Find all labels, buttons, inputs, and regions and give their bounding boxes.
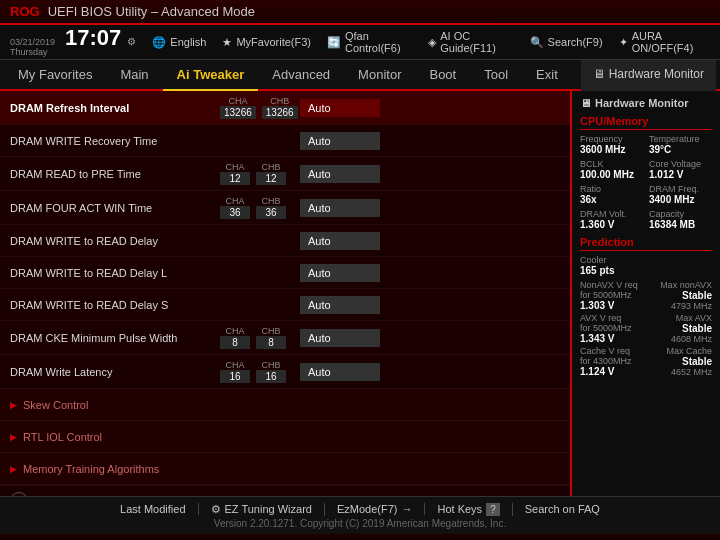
- setting-label: DRAM WRITE to READ Delay: [10, 235, 220, 247]
- setting-value[interactable]: Auto: [300, 296, 560, 314]
- monitor-icon: 🖥: [593, 67, 605, 81]
- search-faq-label: Search on FAQ: [525, 503, 600, 515]
- day: Thursday: [10, 47, 55, 57]
- channel-a-box: CHA 12: [220, 162, 250, 185]
- tab-hw-monitor[interactable]: 🖥 Hardware Monitor: [581, 60, 716, 91]
- channel-b-box: CHB 12: [256, 162, 286, 185]
- prediction-row-0: NonAVX V req for 5000MHz 1.303 V Max non…: [580, 280, 712, 311]
- tab-boot[interactable]: Boot: [415, 60, 470, 91]
- last-modified-label: Last Modified: [120, 503, 185, 515]
- setting-row-write-recovery[interactable]: DRAM WRITE Recovery Time Auto: [0, 125, 570, 157]
- section-rtl-iol[interactable]: RTL IOL Control: [0, 421, 570, 453]
- ez-tuning-label: EZ Tuning Wizard: [225, 503, 312, 515]
- setting-label: DRAM WRITE to READ Delay L: [10, 267, 220, 279]
- search-faq-btn[interactable]: Search on FAQ: [513, 503, 612, 515]
- settings-gear-icon[interactable]: ⚙: [127, 36, 136, 47]
- setting-row-write-latency[interactable]: DRAM Write Latency CHA 16 CHB 16 Auto: [0, 355, 570, 389]
- ai-oc-guide-btn[interactable]: ◈ AI OC Guide(F11): [428, 30, 513, 54]
- footer: Last Modified ⚙ EZ Tuning Wizard EzMode(…: [0, 496, 720, 534]
- tab-ai-tweaker[interactable]: Ai Tweaker: [163, 60, 259, 91]
- channel-b-box: CHB 36: [256, 196, 286, 219]
- ratio-item: Ratio 36x: [580, 184, 643, 205]
- tab-my-favorites[interactable]: My Favorites: [4, 60, 106, 91]
- main-layout: DRAM Refresh Interval CHA 13266 CHB 1326…: [0, 91, 720, 496]
- globe-icon: 🌐: [152, 36, 166, 49]
- channel-a-box: CHA 13266: [220, 96, 256, 119]
- tab-tool[interactable]: Tool: [470, 60, 522, 91]
- nav-bar: My Favorites Main Ai Tweaker Advanced Mo…: [0, 60, 720, 91]
- ez-tuning-wizard-btn[interactable]: ⚙ EZ Tuning Wizard: [199, 503, 325, 516]
- setting-value[interactable]: Auto: [300, 363, 560, 381]
- channel-a-box: CHA 16: [220, 360, 250, 383]
- tab-exit[interactable]: Exit: [522, 60, 572, 91]
- hw-panel-title: 🖥 Hardware Monitor: [580, 97, 712, 109]
- cpu-memory-grid: Frequency 3600 MHz Temperature 39°C BCLK…: [580, 134, 712, 230]
- setting-label: DRAM WRITE to READ Delay S: [10, 299, 220, 311]
- setting-label: DRAM Refresh Interval: [10, 102, 220, 114]
- tab-advanced[interactable]: Advanced: [258, 60, 344, 91]
- hot-keys-btn[interactable]: Hot Keys ?: [425, 503, 512, 516]
- setting-row-four-act[interactable]: DRAM FOUR ACT WIN Time CHA 36 CHB 36 Aut…: [0, 191, 570, 225]
- setting-label: DRAM CKE Minimum Pulse Width: [10, 332, 220, 344]
- bclk-item: BCLK 100.00 MHz: [580, 159, 643, 180]
- tab-main[interactable]: Main: [106, 60, 162, 91]
- setting-row-write-read-delay[interactable]: DRAM WRITE to READ Delay Auto: [0, 225, 570, 257]
- setting-label: DRAM FOUR ACT WIN Time: [10, 202, 220, 214]
- footer-links: Last Modified ⚙ EZ Tuning Wizard EzMode(…: [108, 503, 612, 516]
- setting-row-write-read-delay-l[interactable]: DRAM WRITE to READ Delay L Auto: [0, 257, 570, 289]
- tuning-icon: ⚙: [211, 503, 221, 516]
- channel-values: CHA 8 CHB 8: [220, 326, 300, 349]
- setting-value[interactable]: Auto: [300, 232, 560, 250]
- ai-icon: ◈: [428, 36, 436, 49]
- aura-btn[interactable]: ✦ AURA ON/OFF(F4): [619, 30, 710, 54]
- aura-icon: ✦: [619, 36, 628, 49]
- language-selector[interactable]: 🌐 English: [152, 36, 206, 49]
- setting-row-write-read-delay-s[interactable]: DRAM WRITE to READ Delay S Auto: [0, 289, 570, 321]
- section-memory-training[interactable]: Memory Training Algorithms: [0, 453, 570, 485]
- star-icon: ★: [222, 36, 232, 49]
- setting-value[interactable]: Auto: [300, 99, 560, 117]
- setting-value[interactable]: Auto: [300, 165, 560, 183]
- cooler-item: Cooler 165 pts: [580, 255, 712, 276]
- ez-mode-btn[interactable]: EzMode(F7) →: [325, 503, 426, 515]
- prediction-row-2: Cache V req for 4300MHz 1.124 V Max Cach…: [580, 346, 712, 377]
- arrow-icon: →: [401, 503, 412, 515]
- channel-a-box: CHA 8: [220, 326, 250, 349]
- search-icon: 🔍: [530, 36, 544, 49]
- setting-row-read-pre[interactable]: DRAM READ to PRE Time CHA 12 CHB 12 Auto: [0, 157, 570, 191]
- language-label: English: [170, 36, 206, 48]
- settings-panel: DRAM Refresh Interval CHA 13266 CHB 1326…: [0, 91, 572, 496]
- setting-label: DRAM WRITE Recovery Time: [10, 135, 220, 147]
- core-voltage-item: Core Voltage 1.012 V: [649, 159, 712, 180]
- section-skew-control[interactable]: Skew Control: [0, 389, 570, 421]
- section-label: Memory Training Algorithms: [23, 463, 159, 475]
- channel-a-box: CHA 36: [220, 196, 250, 219]
- channel-values: CHA 36 CHB 36: [220, 196, 300, 219]
- datetime: 03/21/2019 Thursday: [10, 37, 55, 57]
- dram-freq-item: DRAM Freq. 3400 MHz: [649, 184, 712, 205]
- info-bar: 03/21/2019 Thursday 17:07 ⚙ 🌐 English ★ …: [0, 25, 720, 60]
- search-btn[interactable]: 🔍 Search(F9): [530, 36, 603, 49]
- question-icon: ?: [486, 503, 500, 516]
- setting-value[interactable]: Auto: [300, 132, 560, 150]
- qfan-control-btn[interactable]: 🔄 Qfan Control(F6): [327, 30, 412, 54]
- channel-values: CHA 13266 CHB 13266: [220, 96, 300, 119]
- capacity-item: Capacity 16384 MB: [649, 209, 712, 230]
- cpu-memory-title: CPU/Memory: [580, 115, 712, 130]
- setting-value[interactable]: Auto: [300, 264, 560, 282]
- setting-label: DRAM Write Latency: [10, 366, 220, 378]
- last-modified-btn[interactable]: Last Modified: [108, 503, 198, 515]
- section-label: RTL IOL Control: [23, 431, 102, 443]
- setting-row-cke-min[interactable]: DRAM CKE Minimum Pulse Width CHA 8 CHB 8…: [0, 321, 570, 355]
- setting-value[interactable]: Auto: [300, 329, 560, 347]
- hot-keys-label: Hot Keys: [437, 503, 482, 515]
- ez-mode-label: EzMode(F7): [337, 503, 398, 515]
- tab-monitor[interactable]: Monitor: [344, 60, 415, 91]
- setting-description: i DRAM Refresh Interval (tREFI): [0, 485, 570, 496]
- setting-row-dram-refresh[interactable]: DRAM Refresh Interval CHA 13266 CHB 1326…: [0, 91, 570, 125]
- copyright: Version 2.20.1271. Copyright (C) 2019 Am…: [214, 518, 506, 529]
- info-icon: i: [10, 492, 28, 496]
- my-favorites-btn[interactable]: ★ MyFavorite(F3): [222, 36, 311, 49]
- setting-value[interactable]: Auto: [300, 199, 560, 217]
- channel-values: CHA 12 CHB 12: [220, 162, 300, 185]
